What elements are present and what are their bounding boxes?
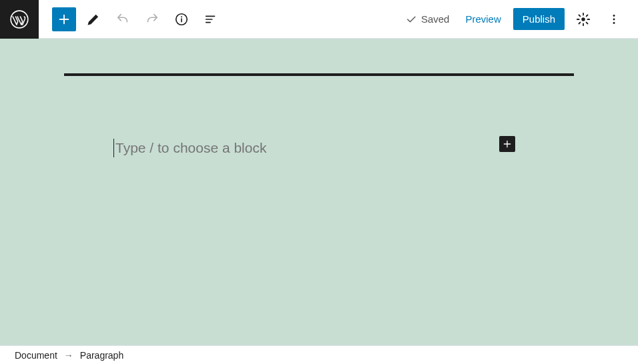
options-menu-button[interactable] xyxy=(602,7,626,31)
svg-point-5 xyxy=(613,15,615,17)
svg-point-4 xyxy=(581,17,585,21)
title-separator xyxy=(64,73,574,76)
publish-button[interactable]: Publish xyxy=(513,8,565,30)
details-button[interactable] xyxy=(170,7,194,31)
svg-point-0 xyxy=(11,11,28,28)
check-icon xyxy=(405,13,417,25)
chevron-right-icon: → xyxy=(64,350,73,361)
redo-button[interactable] xyxy=(140,7,164,31)
gear-icon xyxy=(576,12,591,27)
svg-point-6 xyxy=(613,18,615,20)
plus-icon xyxy=(57,12,71,27)
inline-inserter-button[interactable] xyxy=(499,136,515,152)
redo-icon xyxy=(145,12,160,27)
svg-point-3 xyxy=(181,16,182,17)
plus-icon xyxy=(502,139,513,149)
block-inserter-button[interactable] xyxy=(52,7,76,31)
paragraph-input[interactable] xyxy=(113,139,525,157)
breadcrumb-root[interactable]: Document xyxy=(15,350,57,361)
toolbar-left xyxy=(39,7,223,31)
preview-button[interactable]: Preview xyxy=(460,9,506,29)
pencil-icon xyxy=(86,12,101,27)
settings-button[interactable] xyxy=(571,7,595,31)
info-icon xyxy=(174,12,189,27)
edit-mode-button[interactable] xyxy=(81,7,105,31)
top-bar: Saved Preview Publish xyxy=(0,0,638,39)
svg-point-7 xyxy=(613,22,615,24)
wp-logo[interactable] xyxy=(0,0,39,39)
list-view-icon xyxy=(204,12,218,27)
paragraph-block[interactable] xyxy=(113,139,525,157)
breadcrumb-current[interactable]: Paragraph xyxy=(80,350,123,361)
outline-button[interactable] xyxy=(199,7,223,31)
wordpress-icon xyxy=(10,10,29,29)
editor-canvas[interactable] xyxy=(0,39,638,345)
undo-icon xyxy=(115,12,130,27)
toolbar-right: Saved Preview Publish xyxy=(405,7,638,31)
kebab-icon xyxy=(607,12,621,27)
saved-label: Saved xyxy=(421,13,450,25)
save-status: Saved xyxy=(405,13,450,25)
block-breadcrumb: Document → Paragraph xyxy=(0,345,638,364)
undo-button[interactable] xyxy=(111,7,135,31)
